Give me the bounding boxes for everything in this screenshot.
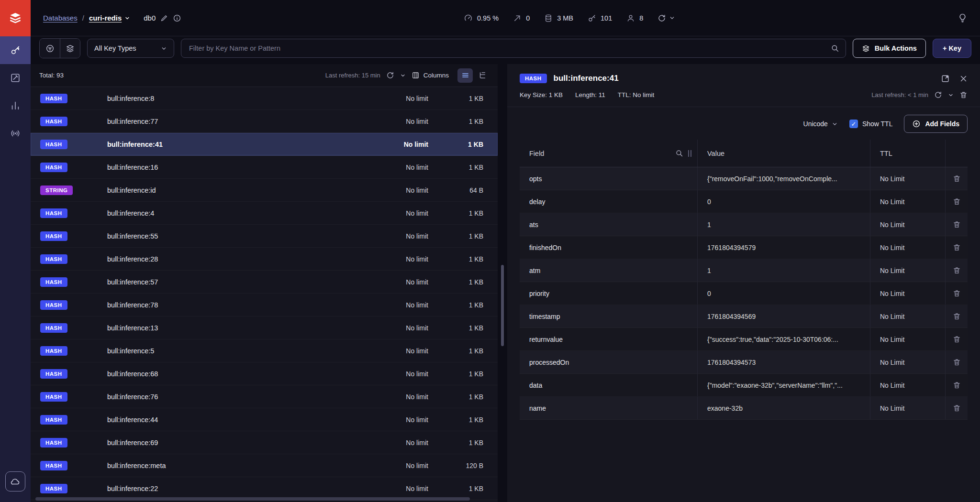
list-view-icon (461, 71, 469, 79)
delete-field-button[interactable] (953, 220, 961, 229)
field-value-cell[interactable]: {"removeOnFail":1000,"removeOnComple... (698, 167, 870, 190)
show-ttl-checkbox[interactable]: ✓ Show TTL (849, 120, 893, 128)
field-ttl-cell[interactable]: No Limit (870, 259, 946, 282)
key-search-input[interactable] (181, 44, 824, 52)
field-value-cell[interactable]: 1761804394573 (698, 351, 870, 373)
field-value-cell[interactable]: 1 (698, 213, 870, 236)
columns-button[interactable]: Columns (412, 71, 449, 79)
metric-clients: 8 (626, 14, 643, 22)
columns-grid-icon (412, 71, 420, 79)
add-fields-button[interactable]: Add Fields (904, 115, 968, 133)
delete-field-button[interactable] (953, 243, 961, 251)
field-ttl-cell[interactable]: No Limit (870, 397, 946, 419)
bulk-actions-button[interactable]: Bulk Actions (853, 39, 926, 58)
field-value-cell[interactable]: exaone-32b (698, 397, 870, 419)
list-refresh-button[interactable] (386, 71, 394, 79)
key-row[interactable]: HASH bull:inference:44 No limit 1 KB (31, 408, 498, 431)
search-submit-button[interactable] (824, 39, 846, 57)
key-list-rows: HASH bull:inference:8 No limit 1 KB HASH… (31, 87, 498, 502)
sidebar-item-browse[interactable] (0, 36, 31, 64)
key-row[interactable]: HASH bull:inference:22 No limit 1 KB (31, 477, 498, 500)
key-size: 1 KB (428, 232, 483, 240)
delete-field-button[interactable] (953, 289, 961, 297)
sidebar-item-pubsub[interactable] (0, 120, 31, 147)
key-row[interactable]: HASH bull:inference:68 No limit 1 KB (31, 362, 498, 385)
field-ttl-cell[interactable]: No Limit (870, 167, 946, 190)
keys-icon (588, 14, 596, 22)
key-row[interactable]: HASH bull:inference:55 No limit 1 KB (31, 225, 498, 248)
fullscreen-button[interactable] (941, 74, 950, 83)
field-value-cell[interactable]: {"model":"exaone-32b","serverName":"llm"… (698, 374, 870, 396)
key-row[interactable]: HASH bull:inference:76 No limit 1 KB (31, 385, 498, 408)
field-ttl-cell[interactable]: No Limit (870, 305, 946, 327)
field-ttl-cell[interactable]: No Limit (870, 374, 946, 396)
key-row[interactable]: HASH bull:inference:8 No limit 1 KB (31, 87, 498, 110)
key-type-badge: HASH (40, 369, 67, 379)
delete-field-button[interactable] (953, 381, 961, 389)
key-row[interactable]: HASH bull:inference:41 No limit 1 KB (31, 133, 498, 156)
key-row[interactable]: HASH bull:inference:4 No limit 1 KB (31, 202, 498, 225)
sidebar-item-analytics[interactable] (0, 92, 31, 120)
edit-db-alias-button[interactable] (160, 14, 168, 22)
key-row[interactable]: HASH bull:inference:69 No limit 1 KB (31, 431, 498, 454)
key-row[interactable]: HASH bull:inference:78 No limit 1 KB (31, 294, 498, 316)
field-ttl-cell[interactable]: No Limit (870, 213, 946, 236)
key-row[interactable]: HASH bull:inference:5 No limit 1 KB (31, 339, 498, 362)
key-row[interactable]: HASH bull:inference:13 No limit 1 KB (31, 316, 498, 339)
memory-value: 3 MB (557, 14, 573, 22)
column-resize-handle[interactable] (688, 150, 691, 157)
breadcrumb-databases-link[interactable]: Databases (43, 14, 78, 22)
field-search-button[interactable] (675, 149, 683, 157)
field-value-cell[interactable]: 0 (698, 190, 870, 213)
sidebar-nav (0, 36, 31, 147)
delete-field-button[interactable] (953, 312, 961, 320)
horizontal-scrollbar[interactable] (35, 497, 470, 501)
key-type-badge: HASH (40, 163, 67, 172)
overview-refresh-control[interactable] (657, 14, 675, 22)
db-info-button[interactable] (173, 14, 181, 22)
bar-chart-icon (10, 100, 21, 111)
topbar: Databases / curi-redis db0 (31, 0, 980, 36)
key-type-filter-select[interactable]: All Key Types (87, 39, 174, 58)
field-value-cell[interactable]: {"success":true,"data":"2025-10-30T06:06… (698, 328, 870, 350)
field-ttl-cell[interactable]: No Limit (870, 190, 946, 213)
close-details-button[interactable] (959, 75, 968, 83)
delete-field-button[interactable] (953, 175, 961, 183)
key-row[interactable]: HASH bull:inference:28 No limit 1 KB (31, 248, 498, 271)
key-row[interactable]: HASH bull:inference:16 No limit 1 KB (31, 156, 498, 179)
delete-field-button[interactable] (953, 335, 961, 343)
insights-button[interactable] (958, 13, 968, 23)
panel-resize-handle[interactable] (501, 265, 504, 346)
list-view-button[interactable] (457, 68, 473, 83)
delete-field-button[interactable] (953, 358, 961, 366)
add-key-button[interactable]: + Key (933, 39, 971, 58)
field-value-cell[interactable]: 1761804394569 (698, 305, 870, 327)
delete-key-button[interactable] (959, 91, 968, 99)
detail-refresh-options-button[interactable] (948, 92, 954, 98)
sidebar-item-cloud[interactable] (5, 471, 25, 491)
delete-field-button[interactable] (953, 197, 961, 206)
filter-mode-button[interactable] (40, 39, 60, 58)
field-value-cell[interactable]: 1 (698, 259, 870, 282)
field-ttl-cell[interactable]: No Limit (870, 351, 946, 373)
redisearch-mode-button[interactable] (60, 39, 80, 58)
sidebar-item-workbench[interactable] (0, 64, 31, 92)
key-row[interactable]: HASH bull:inference:meta No limit 120 B (31, 454, 498, 477)
redis-logo[interactable] (0, 0, 31, 36)
field-value-cell[interactable]: 1761804394579 (698, 236, 870, 259)
tree-view-button[interactable] (475, 68, 490, 83)
database-selector[interactable]: curi-redis (89, 14, 130, 22)
delete-field-button[interactable] (953, 404, 961, 412)
field-ttl-cell[interactable]: No Limit (870, 282, 946, 305)
key-type-badge: HASH (40, 254, 67, 264)
field-value-cell[interactable]: 0 (698, 282, 870, 305)
detail-refresh-button[interactable] (934, 91, 942, 99)
key-row[interactable]: HASH bull:inference:57 No limit 1 KB (31, 271, 498, 294)
key-row[interactable]: HASH bull:inference:77 No limit 1 KB (31, 110, 498, 133)
field-ttl-cell[interactable]: No Limit (870, 236, 946, 259)
delete-field-button[interactable] (953, 266, 961, 274)
key-row[interactable]: STRING bull:inference:id No limit 64 B (31, 179, 498, 202)
field-ttl-cell[interactable]: No Limit (870, 328, 946, 350)
list-refresh-options-button[interactable] (400, 73, 406, 78)
encoding-select[interactable]: Unicode (803, 120, 838, 128)
